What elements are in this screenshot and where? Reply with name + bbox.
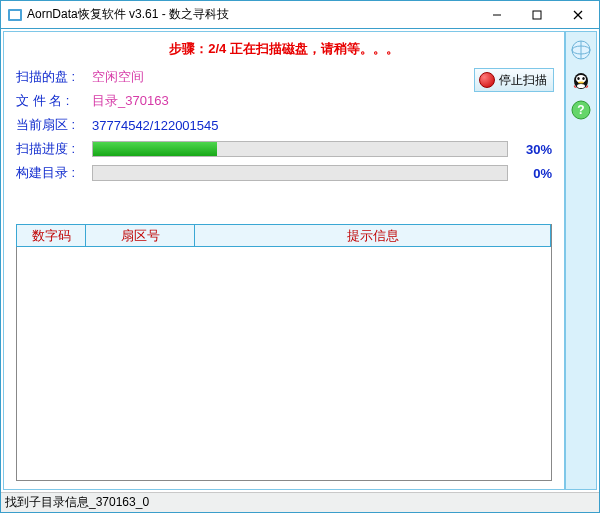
build-progress-percent: 0%: [516, 166, 552, 181]
file-value: 目录_370163: [92, 92, 169, 110]
scan-progress-fill: [93, 142, 217, 156]
col-sector-number[interactable]: 扇区号: [85, 224, 195, 247]
svg-text:?: ?: [577, 103, 584, 117]
qq-icon[interactable]: [569, 68, 593, 92]
browser-icon[interactable]: [569, 38, 593, 62]
scan-progress-bar: [92, 141, 508, 157]
maximize-button[interactable]: [517, 1, 557, 29]
row-build-progress: 构建目录 : 0%: [16, 164, 552, 182]
help-icon[interactable]: ?: [569, 98, 593, 122]
file-label: 文 件 名 :: [16, 92, 92, 110]
step-text: 步骤：2/4 正在扫描磁盘，请稍等。。。: [16, 40, 552, 58]
minimize-button[interactable]: [477, 1, 517, 29]
sector-value: 37774542/122001545: [92, 118, 219, 133]
window-title: AornData恢复软件 v3.61 - 数之寻科技: [27, 6, 229, 23]
close-button[interactable]: [557, 1, 599, 29]
scan-progress-percent: 30%: [516, 142, 552, 157]
svg-point-12: [582, 77, 584, 80]
titlebar: AornData恢复软件 v3.61 - 数之寻科技: [1, 1, 599, 29]
row-disk: 扫描的盘 : 空闲空间: [16, 68, 552, 86]
row-sector: 当前扇区 : 37774542/122001545: [16, 116, 552, 134]
sector-label: 当前扇区 :: [16, 116, 92, 134]
app-icon: [7, 7, 23, 23]
stop-icon: [479, 72, 495, 88]
main-panel: 步骤：2/4 正在扫描磁盘，请稍等。。。 停止扫描 扫描的盘 : 空闲空间 文 …: [3, 31, 565, 490]
row-scan-progress: 扫描进度 : 30%: [16, 140, 552, 158]
svg-rect-3: [533, 11, 541, 19]
statusbar: 找到子目录信息_370163_0: [1, 492, 599, 512]
stop-scan-button[interactable]: 停止扫描: [474, 68, 554, 92]
result-table: 数字码 扇区号 提示信息: [16, 224, 552, 481]
table-header: 数字码 扇区号 提示信息: [17, 225, 551, 247]
status-text: 找到子目录信息_370163_0: [5, 494, 149, 511]
disk-value: 空闲空间: [92, 68, 144, 86]
svg-point-13: [577, 84, 585, 88]
col-hint-info[interactable]: 提示信息: [194, 224, 551, 247]
svg-rect-1: [10, 11, 20, 19]
side-toolbar: ?: [565, 31, 597, 490]
disk-label: 扫描的盘 :: [16, 68, 92, 86]
build-progress-bar: [92, 165, 508, 181]
build-progress-label: 构建目录 :: [16, 164, 92, 182]
stop-scan-label: 停止扫描: [499, 72, 547, 89]
col-number-code[interactable]: 数字码: [16, 224, 86, 247]
scan-progress-label: 扫描进度 :: [16, 140, 92, 158]
row-file: 文 件 名 : 目录_370163: [16, 92, 552, 110]
svg-point-14: [578, 81, 584, 83]
svg-point-11: [577, 77, 579, 80]
